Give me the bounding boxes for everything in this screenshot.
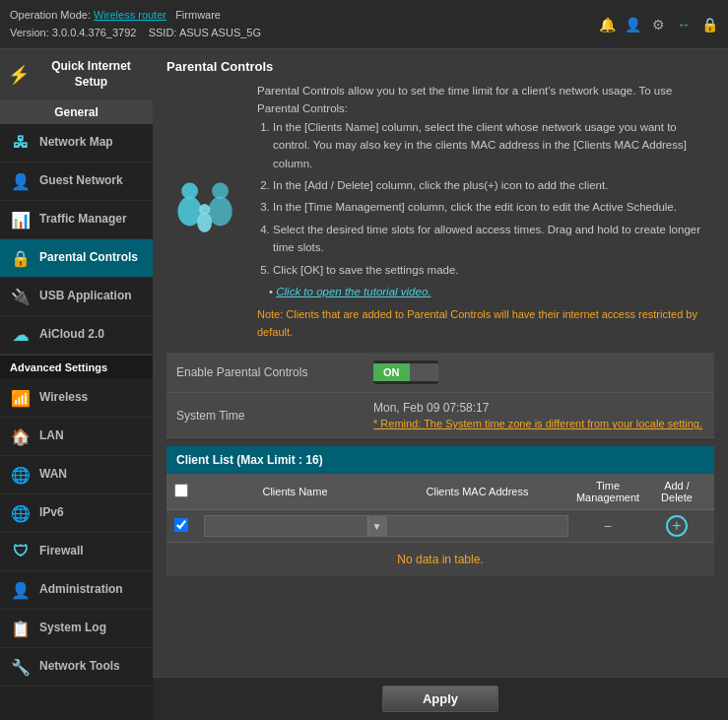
apply-button[interactable]: Apply — [382, 686, 498, 712]
header-add-delete: Add /Delete — [647, 480, 706, 503]
parental-controls-icon: 🔒 — [10, 247, 32, 269]
op-mode-value[interactable]: Wireless router — [94, 9, 166, 21]
step-3: In the [Time Management] column, click t… — [273, 198, 714, 216]
firewall-label: Firewall — [39, 544, 84, 559]
step-4: Select the desired time slots for allowe… — [273, 221, 714, 257]
usb-application-label: USB Application — [39, 289, 132, 304]
wireless-label: Wireless — [39, 390, 88, 406]
lan-icon: 🏠 — [10, 425, 32, 447]
header-mac-address: Clients MAC Address — [386, 486, 568, 497]
notification-icon[interactable]: 🔔 — [598, 16, 616, 33]
row-check — [174, 518, 204, 535]
page-title: Parental Controls — [166, 59, 714, 74]
general-section-label: General — [0, 100, 153, 124]
client-list-header: Client List (Max Limit : 16) — [166, 446, 714, 474]
row-add-delete: + — [647, 515, 706, 537]
usb-application-icon: 🔌 — [10, 286, 32, 307]
row-client-name: ▼ — [204, 515, 386, 537]
remind-text[interactable]: * Remind: The System time zone is differ… — [373, 418, 704, 429]
system-log-icon: 📋 — [10, 618, 32, 639]
client-name-input-group: ▼ — [204, 515, 386, 537]
client-table: Clients Name Clients MAC Address TimeMan… — [166, 474, 714, 576]
sidebar-item-network-tools[interactable]: 🔧 Network Tools — [0, 648, 153, 687]
user-icon[interactable]: 👤 — [624, 16, 641, 33]
select-all-checkbox[interactable] — [174, 484, 188, 497]
wan-label: WAN — [39, 467, 67, 483]
table-row: ▼ – + — [166, 510, 714, 543]
toggle-button[interactable]: ON — [373, 360, 438, 384]
system-log-label: System Log — [39, 621, 106, 636]
quick-internet-label: Quick Internet Setup — [37, 59, 145, 90]
settings-icon[interactable]: ⚙ — [649, 16, 667, 33]
sidebar-item-wireless[interactable]: 📶 Wireless — [0, 379, 153, 418]
sidebar-item-firewall[interactable]: 🛡 Firewall — [0, 533, 153, 571]
ssid-label: SSID: — [149, 27, 177, 38]
network-tools-label: Network Tools — [39, 659, 120, 675]
add-client-button[interactable]: + — [666, 515, 688, 537]
row-checkbox[interactable] — [174, 518, 188, 532]
connection-icon[interactable]: ↔ — [675, 16, 693, 33]
quick-internet-icon: ⚡ — [8, 64, 30, 86]
sidebar-item-guest-network[interactable]: 👤 Guest Network — [0, 163, 153, 201]
lock-icon[interactable]: 🔒 — [700, 16, 718, 33]
enable-parental-label: Enable Parental Controls — [176, 365, 373, 379]
op-mode-label: Operation Mode: — [10, 9, 91, 21]
client-name-dropdown-btn[interactable]: ▼ — [367, 516, 385, 536]
header-check — [174, 484, 204, 500]
row-time-management: – — [568, 519, 647, 533]
top-header: Operation Mode: Wireless router Firmware… — [0, 0, 728, 49]
version-label: Version: — [10, 27, 49, 38]
tutorial-list: Click to open the tutorial video. — [257, 283, 714, 300]
sidebar-item-ipv6[interactable]: 🌐 IPv6 — [0, 494, 153, 533]
step-1: In the [Clients Name] column, select the… — [273, 118, 714, 172]
advanced-settings-label: Advanced Settings — [0, 355, 153, 379]
parental-svg — [169, 174, 243, 248]
sidebar: ⚡ Quick Internet Setup General 🖧 Network… — [0, 49, 153, 720]
sidebar-item-administration[interactable]: 👤 Administration — [0, 571, 153, 610]
client-name-input[interactable] — [205, 520, 367, 532]
parental-icon — [166, 82, 245, 341]
sidebar-item-network-map[interactable]: 🖧 Network Map — [0, 124, 153, 163]
no-data-message: No data in table. — [166, 543, 714, 576]
header-clients-name: Clients Name — [204, 486, 386, 497]
parental-controls-label: Parental Controls — [39, 250, 138, 266]
wan-icon: 🌐 — [10, 464, 32, 486]
main-layout: ⚡ Quick Internet Setup General 🖧 Network… — [0, 49, 728, 720]
svg-point-5 — [197, 213, 212, 233]
sidebar-item-lan[interactable]: 🏠 LAN — [0, 418, 153, 456]
version-value: 3.0.0.4.376_3792 — [52, 27, 137, 38]
sidebar-item-wan[interactable]: 🌐 WAN — [0, 456, 153, 494]
lan-label: LAN — [39, 428, 64, 444]
header-time-management: TimeManagement — [568, 480, 647, 503]
sidebar-item-usb-application[interactable]: 🔌 USB Application — [0, 278, 153, 316]
system-time-label: System Time — [176, 409, 373, 423]
note-text: Note: Clients that are added to Parental… — [257, 306, 714, 341]
traffic-manager-label: Traffic Manager — [39, 212, 127, 228]
firewall-icon: 🛡 — [10, 541, 32, 562]
time-management-dash: – — [605, 519, 612, 533]
enable-parental-row: Enable Parental Controls ON — [166, 353, 714, 393]
system-time-row: System Time Mon, Feb 09 07:58:17 * Remin… — [166, 393, 714, 438]
network-map-icon: 🖧 — [10, 132, 32, 154]
step-5: Click [OK] to save the settings made. — [273, 261, 714, 279]
system-time-value: Mon, Feb 09 07:58:17 * Remind: The Syste… — [373, 401, 704, 429]
content-body: Parental Controls — [153, 49, 728, 677]
header-info: Operation Mode: Wireless router Firmware… — [10, 7, 261, 41]
ssid-value: ASUS ASUS_5G — [179, 27, 261, 38]
toggle-on-label: ON — [373, 363, 410, 381]
tutorial-link[interactable]: Click to open the tutorial video. — [276, 286, 430, 297]
quick-internet-setup[interactable]: ⚡ Quick Internet Setup — [0, 49, 153, 100]
sidebar-item-traffic-manager[interactable]: 📊 Traffic Manager — [0, 201, 153, 239]
guest-network-label: Guest Network — [39, 173, 123, 189]
administration-label: Administration — [39, 582, 123, 598]
sidebar-item-aicloud[interactable]: ☁ AiCloud 2.0 — [0, 316, 153, 355]
sidebar-item-parental-controls[interactable]: 🔒 Parental Controls — [0, 239, 153, 278]
mac-address-input[interactable] — [386, 515, 568, 537]
ipv6-icon: 🌐 — [10, 502, 32, 524]
enable-parental-value: ON — [373, 360, 704, 384]
footer: Apply — [153, 677, 728, 720]
sidebar-item-system-log[interactable]: 📋 System Log — [0, 610, 153, 648]
firmware-label: Firmware — [175, 9, 221, 21]
header-icons: 🔔 👤 ⚙ ↔ 🔒 — [598, 16, 718, 33]
network-map-label: Network Map — [39, 135, 113, 151]
